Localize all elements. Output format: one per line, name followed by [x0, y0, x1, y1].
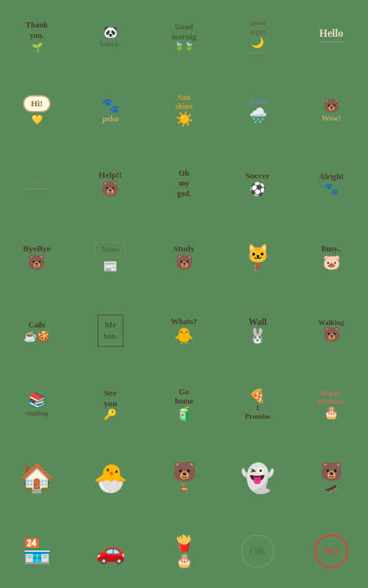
sticker-cafe[interactable]: Cafe ☕🍪: [0, 294, 74, 368]
sticker-rain[interactable]: Rain 🌧️: [221, 74, 294, 147]
sticker-sorry[interactable]: 🐼 Sorry..: [74, 0, 147, 74]
sticker-alright[interactable]: Alright 🐾: [294, 147, 368, 220]
sticker-see-you[interactable]: Seeyou 🔑: [74, 368, 147, 441]
sticker-ww[interactable]: ww 〰〰〰: [0, 147, 74, 220]
sticker-wow[interactable]: 🐻 Wow!: [294, 74, 368, 147]
sticker-help[interactable]: Help!! 🐻: [74, 147, 147, 220]
sticker-me-too[interactable]: Metoo.: [74, 294, 147, 368]
sticker-thank-you[interactable]: Thankyou. 🌱: [0, 0, 74, 74]
sticker-happy-birthday[interactable]: Happybirthday 🎂: [294, 368, 368, 441]
sticker-busy[interactable]: Busy.. 🐷: [294, 220, 368, 294]
sticker-whats[interactable]: Whats? 🐥: [147, 294, 221, 368]
sticker-wall[interactable]: Wall 🐰: [221, 294, 294, 368]
sticker-study[interactable]: Study 🐻: [147, 220, 221, 294]
sticker-ok[interactable]: OK: [221, 514, 294, 588]
sticker-cat-flag[interactable]: 🐱 🚩: [221, 220, 294, 294]
sticker-reading[interactable]: 📚 reading: [0, 368, 74, 441]
sticker-news[interactable]: News 📰: [74, 220, 147, 294]
sticker-sunshine[interactable]: Sunshine ☀️: [147, 74, 221, 147]
sticker-car[interactable]: 🚗: [74, 514, 147, 588]
sticker-grid: Thankyou. 🌱 🐼 Sorry.. Goodmornig 🍃🍃 good…: [0, 0, 368, 588]
sticker-store[interactable]: 🏪: [0, 514, 74, 588]
sticker-byebye[interactable]: ByeBye 🐻: [0, 220, 74, 294]
sticker-go-home[interactable]: Gohome 🧃: [147, 368, 221, 441]
sticker-food[interactable]: 🍟 🎂: [147, 514, 221, 588]
sticker-hello[interactable]: Hello 〰〰〰〰: [294, 0, 368, 74]
sticker-hi[interactable]: Hi! 💛: [0, 74, 74, 147]
sticker-bear-skate[interactable]: 🐻 🛹: [294, 441, 368, 514]
sticker-house[interactable]: 🏠: [0, 441, 74, 514]
sticker-peko[interactable]: 🐾 peko: [74, 74, 147, 147]
sticker-bear-chair[interactable]: 🐻 🪑: [147, 441, 221, 514]
sticker-oh-my-god[interactable]: Ohmygod.: [147, 147, 221, 220]
sticker-i-promise[interactable]: 🍕 IPromise: [221, 368, 294, 441]
sticker-soccer[interactable]: Soccer ⚽: [221, 147, 294, 220]
sticker-ghost[interactable]: 👻: [221, 441, 294, 514]
sticker-good-morning[interactable]: Goodmornig 🍃🍃: [147, 0, 221, 74]
sticker-no[interactable]: NO: [294, 514, 368, 588]
sticker-walking[interactable]: Walking 🐻: [294, 294, 368, 368]
sticker-chick[interactable]: 🐣: [74, 441, 147, 514]
sticker-good-night[interactable]: goodnight 🌙 ————: [221, 0, 294, 74]
